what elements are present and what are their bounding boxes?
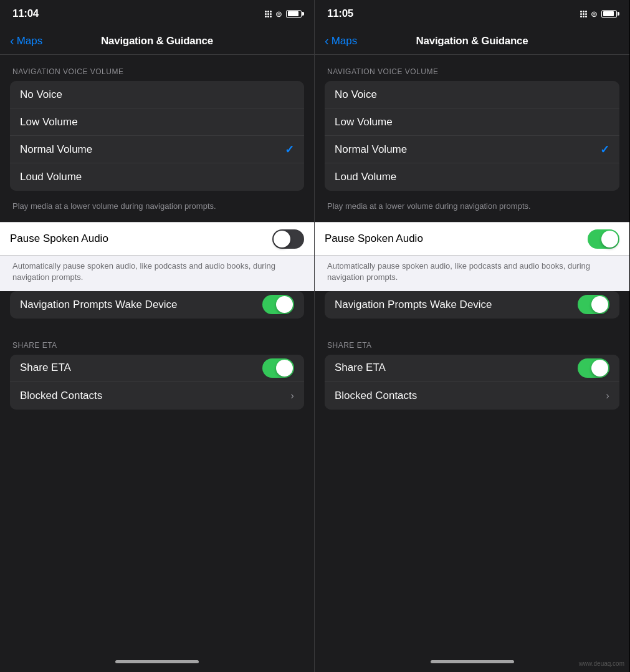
nav-prompts-toggle-right[interactable] <box>578 295 609 314</box>
nav-prompts-toggle-thumb-left <box>276 296 293 313</box>
nav-bar-right: ‹ Maps Navigation & Guidance <box>315 27 629 55</box>
nav-bar-left: ‹ Maps Navigation & Guidance <box>0 27 314 55</box>
wifi-icon-right: ⊜ <box>591 9 598 19</box>
nav-prompts-label-right: Navigation Prompts Wake Device <box>335 299 578 311</box>
blocked-contacts-label-left: Blocked Contacts <box>20 390 290 402</box>
pause-toggle-right[interactable] <box>588 229 619 249</box>
blocked-contacts-chevron-right: › <box>606 390 609 402</box>
back-button-left[interactable]: ‹ Maps <box>10 35 42 47</box>
blocked-contacts-chevron-left: › <box>290 390 294 402</box>
share-eta-group-right: Share ETA Blocked Contacts › <box>325 355 619 410</box>
nav-prompts-container-right: Navigation Prompts Wake Device <box>325 291 619 319</box>
status-time-left: 11:04 <box>12 7 39 20</box>
nav-title-right: Navigation & Guidance <box>416 35 528 47</box>
voice-volume-header-left: NAVIGATION VOICE VOLUME <box>0 55 314 81</box>
normal-volume-check-left: ✓ <box>285 143 294 156</box>
blocked-contacts-label-right: Blocked Contacts <box>335 390 606 402</box>
content-right: NAVIGATION VOICE VOLUME No Voice Low Vol… <box>315 55 629 651</box>
share-eta-row-right[interactable]: Share ETA <box>325 355 619 382</box>
pause-footer-right: Automatically pause spoken audio, like p… <box>315 256 629 290</box>
home-bar-left <box>115 660 199 663</box>
normal-volume-row-left[interactable]: Normal Volume ✓ <box>10 136 304 163</box>
pause-section-left: Pause Spoken Audio <box>0 222 314 256</box>
pause-toggle-thumb-right <box>601 231 618 247</box>
nav-prompts-row-right[interactable]: Navigation Prompts Wake Device <box>325 291 619 319</box>
voice-footer-right: Play media at a lower volume during navi… <box>315 196 629 222</box>
signal-icon-left <box>265 11 272 17</box>
status-bar-right: 11:05 ⊜ <box>315 0 629 27</box>
share-eta-group-left: Share ETA Blocked Contacts › <box>10 355 304 410</box>
nav-title-left: Navigation & Guidance <box>101 35 213 47</box>
right-panel: 11:05 ⊜ ‹ Maps Navigation & Guidance NAV… <box>315 0 629 672</box>
pause-section-right: Pause Spoken Audio <box>315 222 629 256</box>
back-label-right: Maps <box>332 35 358 47</box>
home-bar-right <box>431 660 514 663</box>
normal-volume-label-left: Normal Volume <box>20 143 285 156</box>
loud-volume-label-right: Loud Volume <box>335 171 609 183</box>
loud-volume-row-left[interactable]: Loud Volume <box>10 163 304 191</box>
pause-label-right: Pause Spoken Audio <box>325 233 588 245</box>
watermark: www.deuaq.com <box>579 660 624 667</box>
nav-prompts-label-left: Navigation Prompts Wake Device <box>20 299 262 311</box>
content-left: NAVIGATION VOICE VOLUME No Voice Low Vol… <box>0 55 314 651</box>
share-eta-header-right: SHARE ETA <box>315 329 629 355</box>
wifi-icon-left: ⊜ <box>275 9 282 19</box>
share-eta-toggle-thumb-left <box>276 360 293 377</box>
voice-footer-left: Play media at a lower volume during navi… <box>0 196 314 222</box>
pause-footer-left: Automatically pause spoken audio, like p… <box>0 256 314 290</box>
status-icons-left: ⊜ <box>265 9 302 19</box>
battery-icon-left <box>286 10 302 18</box>
status-bar-left: 11:04 ⊜ <box>0 0 314 27</box>
voice-volume-header-right: NAVIGATION VOICE VOLUME <box>315 55 629 81</box>
normal-volume-label-right: Normal Volume <box>335 143 600 156</box>
status-icons-right: ⊜ <box>580 9 617 19</box>
low-volume-label-right: Low Volume <box>335 116 609 128</box>
signal-icon-right <box>580 11 587 17</box>
share-eta-label-right: Share ETA <box>335 362 578 374</box>
pause-toggle-left[interactable] <box>272 229 304 249</box>
nav-prompts-toggle-thumb-right <box>591 296 608 313</box>
nav-prompts-row-left[interactable]: Navigation Prompts Wake Device <box>10 291 304 319</box>
low-volume-row-right[interactable]: Low Volume <box>325 108 619 136</box>
share-eta-toggle-thumb-right <box>591 360 608 377</box>
loud-volume-row-right[interactable]: Loud Volume <box>325 163 619 191</box>
battery-icon-right <box>601 10 617 18</box>
no-voice-label-left: No Voice <box>20 89 294 101</box>
no-voice-row-right[interactable]: No Voice <box>325 81 619 108</box>
left-panel: 11:04 ⊜ ‹ Maps Navigation & Guidance NAV… <box>0 0 315 672</box>
pause-toggle-thumb-left <box>274 231 290 247</box>
share-eta-toggle-left[interactable] <box>262 358 294 378</box>
pause-row-left: Pause Spoken Audio <box>0 223 314 255</box>
home-indicator-left <box>0 651 314 672</box>
back-chevron-right: ‹ <box>325 34 329 47</box>
blocked-contacts-row-right[interactable]: Blocked Contacts › <box>325 382 619 410</box>
status-time-right: 11:05 <box>327 7 353 20</box>
share-eta-label-left: Share ETA <box>20 362 262 374</box>
low-volume-row-left[interactable]: Low Volume <box>10 108 304 136</box>
back-button-right[interactable]: ‹ Maps <box>325 35 357 47</box>
normal-volume-row-right[interactable]: Normal Volume ✓ <box>325 136 619 163</box>
no-voice-row-left[interactable]: No Voice <box>10 81 304 108</box>
no-voice-label-right: No Voice <box>335 89 609 101</box>
back-chevron-left: ‹ <box>10 34 14 47</box>
pause-label-left: Pause Spoken Audio <box>10 233 272 245</box>
share-eta-row-left[interactable]: Share ETA <box>10 355 304 382</box>
nav-prompts-container-left: Navigation Prompts Wake Device <box>10 291 304 319</box>
low-volume-label-left: Low Volume <box>20 116 294 128</box>
voice-volume-group-left: No Voice Low Volume Normal Volume ✓ Loud… <box>10 81 304 191</box>
share-eta-toggle-right[interactable] <box>578 358 609 378</box>
normal-volume-check-right: ✓ <box>600 143 609 156</box>
pause-row-right: Pause Spoken Audio <box>315 223 629 255</box>
blocked-contacts-row-left[interactable]: Blocked Contacts › <box>10 382 304 410</box>
nav-prompts-toggle-left[interactable] <box>262 295 294 314</box>
back-label-left: Maps <box>17 35 43 47</box>
loud-volume-label-left: Loud Volume <box>20 171 294 183</box>
voice-volume-group-right: No Voice Low Volume Normal Volume ✓ Loud… <box>325 81 619 191</box>
share-eta-header-left: SHARE ETA <box>0 329 314 355</box>
